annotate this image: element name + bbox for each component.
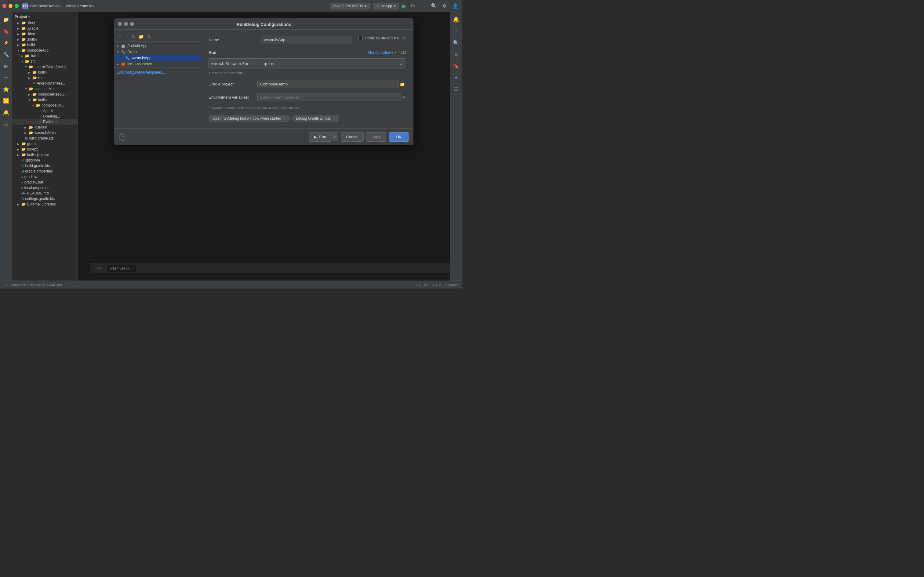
tree-item-build2[interactable]: ▶ 📂 build <box>12 53 77 59</box>
close-button[interactable] <box>2 4 6 8</box>
tree-item-gradle2[interactable]: ▶ 📂 gradle <box>12 141 77 147</box>
tree-item-buildgradlekts[interactable]: G build.gradle.kts <box>12 135 77 141</box>
search-button[interactable]: 🔍 <box>430 2 438 10</box>
tree-item-fleet[interactable]: ▶ 📂 .fleet <box>12 20 77 26</box>
sidebar-icon-tools[interactable]: 🔧 <box>1 50 11 59</box>
tree-item-kotlinjsstore[interactable]: ▶ 📂 kotlin-js-store <box>12 152 77 158</box>
app-dropdown-icon[interactable]: ▾ <box>59 4 60 8</box>
sidebar-icon-alert[interactable]: 🔔 <box>1 108 11 117</box>
apply-button[interactable]: Apply <box>366 132 387 142</box>
check-icon[interactable]: ✓ <box>451 26 461 36</box>
tree-item-commonmain[interactable]: ▼ 📂 commonMain <box>12 86 77 92</box>
tree-item-localproperties[interactable]: ≡ local.properties <box>12 185 77 190</box>
sidebar-icon-structure[interactable]: ⚡ <box>1 38 11 48</box>
tree-item-buildgradlekts2[interactable]: G build.gradle.kts <box>12 163 77 169</box>
minimize-button[interactable] <box>8 4 13 8</box>
help-button[interactable]: ? <box>119 134 126 141</box>
tree-item-composeapp[interactable]: ▼ 📂 composeApp <box>12 48 77 53</box>
ok-button[interactable]: OK <box>389 132 408 142</box>
tree-item-appkt[interactable]: K App.kt <box>12 108 77 114</box>
right-list-icon[interactable]: ☰ <box>451 84 461 94</box>
tree-item-composepr[interactable]: ▼ 📂 compose.pr... <box>12 103 77 108</box>
tree-item-settingsgradlekts[interactable]: G settings.gradle.kts <box>12 196 77 201</box>
gradle-project-input[interactable] <box>257 80 398 88</box>
config-item-wasmjsapp[interactable]: 🔧 wasmJsApp <box>114 55 201 61</box>
tree-item-gradle[interactable]: ▶ 📂 .gradle <box>12 26 77 31</box>
tree-item-readmemd[interactable]: M+ README.md <box>12 190 77 196</box>
modal-close-btn[interactable] <box>118 22 122 26</box>
right-bookmark-icon[interactable]: 🔖 <box>451 61 461 71</box>
sort-button[interactable]: ⇅ <box>146 33 152 40</box>
sidebar-icon-star[interactable]: ⭐ <box>1 84 11 94</box>
tree-item-iosmain[interactable]: ▶ 📂 iosMain <box>12 124 77 130</box>
cancel-button[interactable]: Cancel <box>341 132 363 142</box>
tree-item-build[interactable]: ▶ 📂 build <box>12 42 77 48</box>
profile-button[interactable]: 👤 <box>451 2 460 10</box>
remove-config-button[interactable]: − <box>124 33 129 40</box>
run-dropdown-button[interactable]: ▾ <box>331 132 338 141</box>
panel-dropdown-icon[interactable]: ▾ <box>28 15 30 19</box>
edit-templates-link[interactable]: Edit configuration templates... <box>117 70 165 74</box>
sidebar-icon-project[interactable]: 📁 <box>1 15 11 24</box>
new-folder-button[interactable]: 📁 <box>137 33 145 40</box>
command-browse-button[interactable]: ≡ <box>398 60 403 68</box>
tag-remove-button[interactable]: ✕ <box>332 117 335 121</box>
right-tool-icon[interactable]: ⚙ <box>451 50 461 59</box>
tree-item-platform[interactable]: K Platform... <box>12 119 77 124</box>
more-button[interactable]: ⋯ <box>419 2 427 10</box>
tree-item-composeresou[interactable]: ▶ 📂 composeResou... <box>12 92 77 97</box>
tree-item-src[interactable]: ▼ 📂 src <box>12 59 77 64</box>
indent[interactable]: 2 spaces <box>445 283 458 287</box>
store-gear-icon[interactable]: ⚙ <box>402 36 406 40</box>
settings-button[interactable]: ⚙ <box>441 2 448 10</box>
tree-item-androidmain[interactable]: ▼ 📂 androidMain [main] <box>12 64 77 69</box>
tree-item-wasmjsmain[interactable]: ▶ 📂 wasmJsMain <box>12 130 77 135</box>
device-selector[interactable]: Pixel 9 Pro API 35 ▾ <box>330 3 370 10</box>
sidebar-icon-bookmark[interactable]: 🔖 <box>1 26 11 36</box>
modal-max-btn[interactable] <box>130 22 134 26</box>
line-ending[interactable]: LF <box>424 283 428 287</box>
debug-button[interactable]: ⚙ <box>410 2 416 10</box>
tree-item-iosapp[interactable]: ▶ 📂 iosApp <box>12 147 77 152</box>
maximize-button[interactable] <box>15 4 19 8</box>
run-main-button[interactable]: ▶ Run <box>309 132 331 142</box>
version-control-dropdown-icon[interactable]: ▾ <box>93 4 94 8</box>
tree-item-kotlin2[interactable]: ▶ 📂 kotlin <box>12 69 77 75</box>
modify-options-link[interactable]: Modify options <box>368 50 393 55</box>
env-vars-input[interactable] <box>257 93 401 102</box>
command-input[interactable] <box>211 62 398 66</box>
sidebar-icon-terminal[interactable]: ⊙ <box>1 119 11 129</box>
tree-item-idea[interactable]: ▶ 📂 .idea <box>12 31 77 37</box>
encoding[interactable]: UTF-8 <box>432 283 441 287</box>
tree-item-gradlew[interactable]: ≡ gradlew <box>12 174 77 179</box>
right-search-icon[interactable]: 🔍 <box>451 38 461 48</box>
store-as-project-checkbox[interactable] <box>358 36 363 40</box>
tag-remove-button[interactable]: ✕ <box>283 117 286 121</box>
notifications-icon[interactable]: 🔔 <box>451 15 461 24</box>
tree-item-gradlewbat[interactable]: ≡ gradlew.bat <box>12 179 77 185</box>
right-plus-icon[interactable]: ✦ <box>451 73 461 82</box>
config-item-ios[interactable]: ▶ 🍎 iOS Application <box>114 61 201 67</box>
tree-item-kotlin[interactable]: ▶ 📂 .kotlin <box>12 37 77 42</box>
run-target-selector[interactable]: ✦ iosApp ▾ <box>373 3 399 10</box>
tree-item-external-libraries[interactable]: ▶ 📂 External Libraries <box>12 201 77 207</box>
add-config-button[interactable]: ＋ <box>117 33 123 40</box>
name-input[interactable] <box>261 36 351 44</box>
modal-min-btn[interactable] <box>124 22 128 26</box>
gradle-project-browse-button[interactable]: 📁 <box>398 81 406 88</box>
tree-item-gradleproperties[interactable]: G gradle.properties <box>12 169 77 174</box>
sidebar-icon-git[interactable]: 🔀 <box>1 96 11 106</box>
tree-item-kotlin3[interactable]: ▼ 📂 kotlin <box>12 97 77 103</box>
tree-item-androidmanifest[interactable]: M AndroidManifes... <box>12 81 77 86</box>
config-item-gradle[interactable]: ▼ 🔧 Gradle <box>114 49 201 55</box>
tree-item-gitignore[interactable]: G .gitignore <box>12 158 77 163</box>
env-vars-browse-button[interactable]: ≡ <box>401 94 406 101</box>
copy-config-button[interactable]: ⧉ <box>131 33 136 40</box>
sidebar-icon-list[interactable]: ☰ <box>1 73 11 82</box>
config-item-android-app[interactable]: ▶ 🤖 Android App <box>114 43 201 49</box>
tree-item-res[interactable]: ▶ 📂 res <box>12 75 77 81</box>
tree-item-greeting[interactable]: K Greeting... <box>12 114 77 119</box>
version-control-label[interactable]: Version control <box>65 4 92 8</box>
app-name[interactable]: ComposeDemo <box>30 4 58 8</box>
sidebar-icon-run[interactable]: ▶ <box>1 61 11 71</box>
